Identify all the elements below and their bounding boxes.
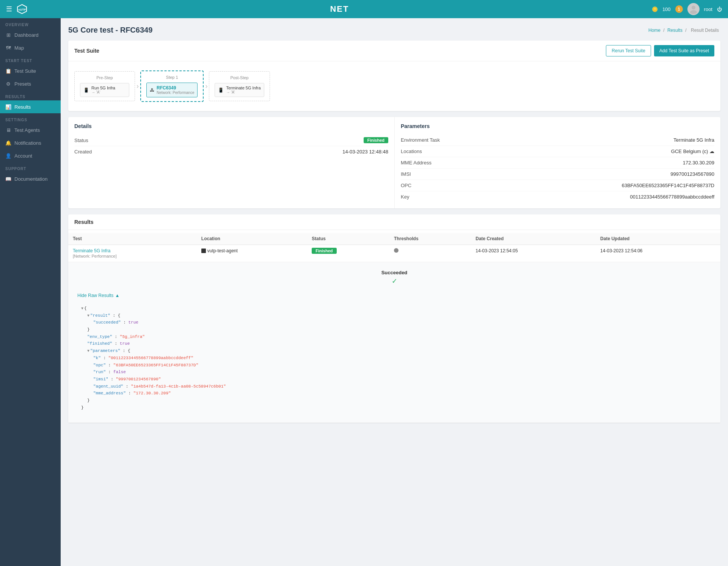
sidebar-item-notifications[interactable]: 🔔 Notifications: [0, 136, 61, 149]
details-parameters-card: Details Status Finished Created 14-03-20…: [68, 117, 720, 208]
step1-name: RFC6349: [157, 85, 194, 91]
sidebar-item-account[interactable]: 👤 Account: [0, 149, 61, 162]
sidebar: OVERVIEW ⊞ Dashboard 🗺 Map START TEST 📋 …: [0, 18, 61, 566]
param-val-3: 9997001234567890: [670, 171, 714, 177]
sidebar-label-results: Results: [14, 104, 31, 110]
col-location: Location: [197, 233, 307, 245]
sidebar-item-map[interactable]: 🗺 Map: [0, 41, 61, 54]
breadcrumb-results[interactable]: Results: [667, 28, 682, 33]
power-icon[interactable]: ⏻: [717, 6, 722, 12]
breadcrumb-home[interactable]: Home: [648, 28, 661, 33]
results-table: Test Location Status Thresholds Date Cre…: [68, 233, 720, 423]
param-key-2: MME Address: [401, 160, 431, 166]
avatar-icon: [688, 4, 699, 14]
sidebar-item-dashboard[interactable]: ⊞ Dashboard: [0, 28, 61, 41]
notification-badge[interactable]: 1: [675, 5, 683, 13]
test-name-link[interactable]: Terminate 5G Infra: [73, 248, 110, 253]
step1-label: Step 1: [146, 75, 198, 80]
sidebar-label-dashboard: Dashboard: [14, 32, 39, 38]
raw-toggle-button[interactable]: Hide Raw Results ▲: [77, 293, 119, 298]
nav-left: ☰ vUTP: [6, 4, 27, 14]
chevron-up-icon: ▲: [115, 293, 119, 298]
rerun-test-suite-button[interactable]: Rerun Test Suite: [606, 45, 651, 56]
results-icon: 📊: [5, 104, 11, 110]
row-expand: Succeeded ✓ Hide Raw Results ▲ ▼{: [68, 262, 720, 423]
breadcrumb-sep2: /: [685, 28, 688, 33]
checkmark-icon: ✓: [77, 277, 711, 285]
cell-status: Finished: [307, 245, 389, 262]
results-title: Results: [74, 219, 94, 225]
param-row-5: Key 00112233445566778899aabbccddeeff: [401, 191, 714, 202]
app-logo: vUTP: [17, 4, 27, 14]
created-row: Created 14-03-2023 12:48:48: [74, 146, 388, 157]
col-status: Status: [307, 233, 389, 245]
pre-step-label: Pre-Step: [80, 75, 129, 80]
sidebar-item-documentation[interactable]: 📖 Documentation: [0, 172, 61, 185]
arrow-2: ›: [205, 82, 207, 90]
step1-sub: Network: Performance: [157, 91, 194, 95]
top-navigation: ☰ vUTP NET 🪙 100 1 root ⏻: [0, 0, 728, 18]
page-title: 5G Core test - RFC6349: [68, 26, 152, 34]
sidebar-item-test-agents[interactable]: 🖥 Test Agents: [0, 124, 61, 136]
parameters-section: Parameters Environment Task Terminate 5G…: [394, 117, 720, 208]
status-key: Status: [74, 138, 88, 143]
presets-icon: ⚙: [5, 81, 11, 87]
run-icon: 📱: [83, 88, 89, 93]
param-row-0: Environment Task Terminate 5G Infra: [401, 134, 714, 146]
param-val-0: Terminate 5G Infra: [673, 137, 714, 143]
sidebar-item-test-suite[interactable]: 📋 Test Suite: [0, 64, 61, 77]
agent-icon: [201, 249, 206, 253]
hamburger-icon[interactable]: ☰: [6, 5, 12, 13]
param-key-1: Locations: [401, 149, 422, 154]
sidebar-section-settings: SETTINGS: [0, 113, 61, 124]
succeeded-label: Succeeded: [77, 270, 711, 275]
raw-results-section: Hide Raw Results ▲ ▼{ ▼"result" : { "suc…: [73, 290, 716, 419]
add-preset-button[interactable]: Add Test Suite as Preset: [654, 45, 714, 56]
svg-point-2: [692, 6, 695, 9]
credits-value: 100: [662, 6, 671, 12]
sidebar-label-notifications: Notifications: [14, 140, 41, 146]
details-section: Details Status Finished Created 14-03-20…: [68, 117, 394, 208]
param-val-1: GCE Belgium (c) ☁: [671, 149, 714, 154]
pre-step-sub: → 'A': [91, 90, 115, 94]
status-badge: Finished: [364, 137, 388, 143]
docs-icon: 📖: [5, 176, 11, 182]
raw-code-block: ▼{ ▼"result" : { "succeeded" : true } "e…: [77, 301, 711, 415]
sidebar-item-results[interactable]: 📊 Results: [0, 100, 61, 113]
raw-toggle-label: Hide Raw Results: [77, 293, 113, 298]
agents-icon: 🖥: [5, 127, 11, 133]
location-agent: vutp-test-agent: [201, 248, 303, 253]
sidebar-section-start-test: START TEST: [0, 54, 61, 64]
user-avatar[interactable]: [687, 3, 700, 15]
location-value: vutp-test-agent: [207, 248, 238, 253]
test-network-tag: [Network: Performance]: [73, 254, 117, 258]
arrow-1: ›: [136, 82, 139, 90]
sidebar-section-results: RESULTS: [0, 90, 61, 100]
details-parameters-grid: Details Status Finished Created 14-03-20…: [68, 117, 720, 208]
table-row: Terminate 5G Infra [Network: Performance…: [68, 245, 720, 262]
pre-step-box: Pre-Step 📱 Run 5G Infra → 'A': [74, 71, 135, 101]
pre-step-content: 📱 Run 5G Infra → 'A': [80, 83, 129, 97]
test-suite-actions: Rerun Test Suite Add Test Suite as Prese…: [606, 45, 714, 56]
rfc-icon: 🖧: [150, 88, 154, 93]
sidebar-section-support: SUPPORT: [0, 162, 61, 172]
logo-icon: vUTP: [17, 4, 27, 14]
cell-date-updated: 14-03-2023 12:54:06: [596, 245, 720, 262]
breadcrumb: Home / Results / Result Details: [648, 28, 720, 33]
map-icon: 🗺: [5, 45, 11, 51]
param-row-1: Locations GCE Belgium (c) ☁: [401, 146, 714, 157]
step1-box: Step 1 🖧 RFC6349 Network: Performance: [140, 70, 204, 102]
param-key-0: Environment Task: [401, 137, 440, 143]
sidebar-item-presets[interactable]: ⚙ Presets: [0, 77, 61, 90]
col-thresholds: Thresholds: [389, 233, 471, 245]
param-row-2: MME Address 172.30.30.209: [401, 157, 714, 169]
results-table-header: Test Location Status Thresholds Date Cre…: [68, 233, 720, 245]
expand-cell: Succeeded ✓ Hide Raw Results ▲ ▼{: [68, 262, 720, 423]
nav-right: 🪙 100 1 root ⏻: [652, 3, 722, 15]
dashboard-icon: ⊞: [5, 32, 11, 38]
sidebar-label-map: Map: [14, 45, 24, 51]
col-date-created: Date Created: [471, 233, 596, 245]
param-val-5: 00112233445566778899aabbccddeeff: [630, 194, 714, 200]
sidebar-label-account: Account: [14, 153, 32, 159]
breadcrumb-sep1: /: [663, 28, 666, 33]
